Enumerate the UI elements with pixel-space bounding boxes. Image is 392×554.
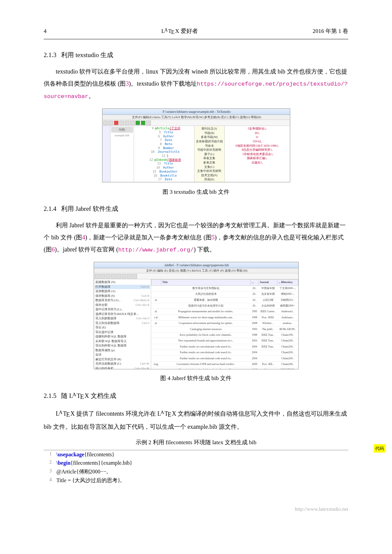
example-2-caption: 示例 2 利用 filecontents 环境随 latex 文档生成 bib	[44, 437, 348, 448]
texstudio-menubar: 文件(F) 编辑(E) Idefix 工具(T) LaTeX 数学(M) 向导(…	[102, 115, 290, 120]
issue-info: 2016 年第 1 卷	[313, 26, 348, 38]
jabref-entry-table: Title...Journal... Bibtexkey数字革命与竞争国际化20…	[151, 279, 298, 369]
code-label: 代码	[374, 444, 385, 453]
page-footer-url: http://www.latexstudio.net	[44, 505, 348, 514]
page-number: 4	[44, 26, 47, 38]
figref-5: 5	[212, 234, 215, 241]
texstudio-toolbar	[102, 120, 290, 126]
figure-4: JabRef - F:\xelatex\biblatex-usage\paper…	[44, 262, 348, 384]
code-block-example-2: 代码 1\usepackage{filecontents}2\begin{fil…	[44, 450, 348, 484]
texstudio-titlebar: F:\xelatex\biblatex-usage\example.bib - …	[102, 109, 290, 115]
section-215-paragraph: LATEX 提供了 filecontents 环境允许在 LATEX 文档编译的…	[44, 408, 348, 433]
structure-tree: 结构 example.bib	[111, 126, 134, 182]
jabref-url[interactable]: http://www.jabref.org/	[118, 247, 193, 253]
jabref-toolbar	[94, 273, 298, 279]
figure-3-caption: 图 3 texstudio 生成 bib 文件	[44, 187, 348, 197]
section-213-paragraph: texstudio 软件可以在多平台使用，linux 下因为没有 winedt …	[44, 65, 348, 102]
entry-type-menu: 期刊论文(J)书籍(B)多卷书籍(M)含有标题的书籍片段书命名书籍中的补充材料册…	[194, 126, 225, 182]
figure-3: F:\xelatex\biblatex-usage\example.bib - …	[44, 108, 348, 197]
jabref-file-menu: 新建数据库 (N)打开数据库Ctrl+O追加数据库 (A)保存数据库 (S)Ct…	[94, 279, 151, 369]
figref-3: 3	[126, 80, 129, 87]
figure-4-caption: 图 4 Jabref 软件生成 bib 文件	[44, 373, 348, 384]
journal-title: LATEX 爱好者	[161, 26, 198, 38]
jabref-titlebar: JabRef - F:\xelatex\biblatex-usage\paper…	[94, 262, 298, 268]
figref-4: 4	[82, 234, 85, 241]
figure-3-screenshot: F:\xelatex\biblatex-usage\example.bib - …	[102, 108, 290, 182]
bib-editor: 4@Article{丁文祥5 Title6 Author7 Date8 Note…	[134, 126, 194, 182]
section-214-title: 2.1.4利用 Jabref 软件生成	[44, 203, 348, 215]
figref-6: 6	[52, 246, 55, 253]
jabref-menubar: 文件 (F) 编辑 (E) 查找 (S) 视图 (V) BibTeX 工具 (T…	[94, 268, 298, 273]
section-214-paragraph: 利用 Jabref 软件是最重要的一种方式，因为它也是一个较强的参考文献管理工具…	[44, 219, 348, 256]
figure-4-screenshot: JabRef - F:\xelatex\biblatex-usage\paper…	[94, 262, 299, 369]
preview-pane: 5竞争国际化},30},3}159-92,0地区名称代码 GB/T 2659-1…	[225, 126, 290, 182]
page-header: 4 LATEX 爱好者 2016 年第 1 卷	[44, 26, 348, 39]
section-215-title: 2.1.5随 LATEX 文档生成	[44, 390, 348, 403]
section-213-title: 2.1.3利用 texstudio 生成	[44, 49, 348, 61]
